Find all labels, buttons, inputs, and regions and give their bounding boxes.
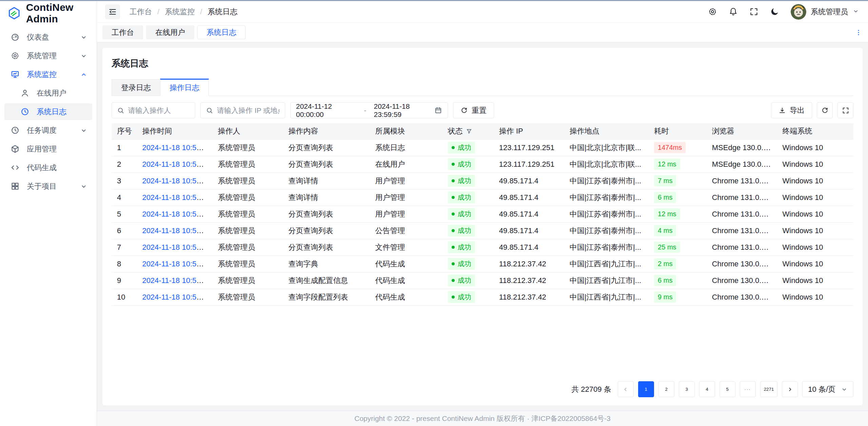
sidebar-item-系统管理[interactable]: 系统管理 — [4, 47, 92, 64]
sidebar-item-label: 关于项目 — [27, 181, 57, 191]
cell-ip: 118.212.37.42 — [494, 289, 564, 305]
chevron-down-icon — [80, 127, 87, 134]
page-ellipsis[interactable]: ··· — [740, 381, 756, 397]
cell-location: 中国|江苏省|泰州市|... — [564, 239, 649, 256]
refresh-table-button[interactable] — [817, 102, 833, 118]
subtab-登录日志[interactable]: 登录日志 — [112, 79, 160, 96]
sidebar-item-系统监控[interactable]: 系统监控 — [4, 66, 92, 83]
sidebar-item-关于项目[interactable]: 关于项目 — [4, 178, 92, 195]
cell-content: 分页查询列表 — [283, 139, 370, 156]
page-size-select[interactable]: 10 条/页 — [802, 381, 853, 397]
status-text: 成功 — [458, 209, 471, 219]
status-badge: 成功 — [448, 291, 475, 303]
sidebar-item-在线用户[interactable]: 在线用户 — [4, 85, 92, 101]
status-dot — [452, 212, 455, 216]
breadcrumb-item[interactable]: 系统日志 — [208, 7, 237, 17]
page-button-2271[interactable]: 2271 — [760, 381, 778, 397]
filter-funnel-icon[interactable] — [466, 128, 472, 135]
log-detail-link[interactable]: 2024-11-18 10:51:49 — [142, 276, 211, 285]
column-label: 操作内容 — [288, 126, 318, 136]
pagination: 共 22709 条12345···227110 条/页 — [112, 374, 853, 397]
log-detail-link[interactable]: 2024-11-18 10:51:49 — [142, 293, 211, 301]
tabbar-more-icon[interactable] — [854, 28, 863, 37]
log-detail-link[interactable]: 2024-11-18 10:52:05 — [142, 193, 211, 202]
status-badge: 成功 — [448, 142, 475, 154]
cell-index: 7 — [112, 239, 137, 256]
next-page-button[interactable] — [782, 381, 798, 397]
table-toolbar: 导出 — [771, 102, 853, 118]
app-logo[interactable]: ContiNew Admin — [0, 1, 97, 25]
prev-page-button[interactable] — [618, 381, 634, 397]
page-button-1[interactable]: 1 — [638, 381, 654, 397]
cell-module: 代码生成 — [370, 289, 442, 305]
column-header-所属模块: 所属模块 — [370, 123, 442, 139]
sidebar-item-系统日志[interactable]: 系统日志 — [4, 103, 92, 120]
log-detail-link[interactable]: 2024-11-18 10:51:52 — [142, 243, 211, 251]
status-text: 成功 — [458, 276, 471, 285]
sidebar-item-应用管理[interactable]: 应用管理 — [4, 141, 92, 157]
fullscreen-icon[interactable] — [749, 7, 758, 16]
page-button-3[interactable]: 3 — [679, 381, 695, 397]
breadcrumb-item[interactable]: 系统监控 — [165, 7, 195, 17]
reset-button[interactable]: 重置 — [453, 102, 494, 118]
status-badge: 成功 — [448, 225, 475, 237]
chevron-down-icon — [841, 386, 848, 393]
cell-duration: 6 ms — [649, 189, 707, 206]
table-row: 42024-11-18 10:52:05系统管理员查询详情用户管理成功49.85… — [112, 189, 853, 206]
sidebar-item-任务调度[interactable]: 任务调度 — [4, 122, 92, 139]
cell-index: 5 — [112, 206, 137, 222]
breadcrumb-item[interactable]: 工作台 — [130, 7, 152, 17]
log-detail-link[interactable]: 2024-11-18 10:51:50 — [142, 260, 211, 268]
log-detail-link[interactable]: 2024-11-18 10:51:53 — [142, 226, 211, 235]
user-menu[interactable]: 系统管理员 — [791, 4, 859, 20]
table-row: 72024-11-18 10:51:52系统管理员分页查询列表文件管理成功49.… — [112, 239, 853, 256]
page-button-2[interactable]: 2 — [658, 381, 674, 397]
log-detail-link[interactable]: 2024-11-18 10:51:55 — [142, 210, 211, 218]
settings-icon[interactable] — [708, 7, 717, 16]
sidebar-item-label: 系统监控 — [27, 69, 57, 80]
cell-location: 中国|江西省|九江市|... — [564, 272, 649, 289]
page-title: 系统日志 — [112, 57, 853, 69]
operator-search-field[interactable] — [112, 102, 195, 118]
cell-time: 2024-11-18 10:51:53 — [137, 222, 212, 239]
table-fullscreen-button[interactable] — [837, 102, 853, 118]
cell-status: 成功 — [442, 256, 494, 272]
sidebar-item-仪表盘[interactable]: 仪表盘 — [4, 29, 92, 45]
chevron-up-icon — [80, 71, 87, 78]
ip-search-input[interactable] — [217, 106, 280, 115]
refresh-icon — [460, 107, 468, 114]
log-detail-link[interactable]: 2024-11-18 10:52:55 — [142, 143, 211, 152]
log-detail-link[interactable]: 2024-11-18 10:52:12 — [142, 177, 211, 185]
notifications-bell-icon[interactable] — [729, 7, 738, 16]
cell-status: 成功 — [442, 239, 494, 256]
ip-search-field[interactable] — [200, 102, 285, 118]
sidebar-item-label: 仪表盘 — [27, 32, 49, 42]
export-button[interactable]: 导出 — [771, 102, 812, 118]
cell-time: 2024-11-18 10:52:47 — [137, 156, 212, 173]
tab-工作台[interactable]: 工作台 — [102, 25, 143, 39]
subtab-操作日志[interactable]: 操作日志 — [160, 79, 209, 96]
operation-log-table: 序号操作时间操作人操作内容所属模块状态操作 IP操作地点耗时浏览器终端系统 12… — [112, 123, 853, 306]
table-header-row: 序号操作时间操作人操作内容所属模块状态操作 IP操作地点耗时浏览器终端系统 — [112, 123, 853, 139]
dark-mode-moon-icon[interactable] — [770, 7, 779, 16]
status-badge: 成功 — [448, 241, 475, 253]
tab-在线用户[interactable]: 在线用户 — [146, 25, 194, 39]
cell-content: 分页查询列表 — [283, 222, 370, 239]
column-label: 操作时间 — [142, 126, 172, 136]
status-text: 成功 — [458, 243, 471, 252]
log-detail-link[interactable]: 2024-11-18 10:52:47 — [142, 160, 211, 168]
status-dot — [452, 196, 455, 199]
date-range-picker[interactable]: 2024-11-12 00:00:00 - 2024-11-18 23:59:5… — [290, 102, 448, 118]
page-button-5[interactable]: 5 — [719, 381, 735, 397]
sidebar-item-代码生成[interactable]: 代码生成 — [4, 159, 92, 176]
pagination-total: 共 22709 条 — [571, 384, 611, 394]
cell-ip: 118.212.37.42 — [494, 256, 564, 272]
page-button-4[interactable]: 4 — [699, 381, 715, 397]
cell-os: Windows 10 — [777, 272, 853, 289]
cell-operator: 系统管理员 — [213, 189, 283, 206]
cell-content: 查询详情 — [283, 189, 370, 206]
sidebar-collapse-button[interactable] — [105, 4, 120, 19]
status-text: 成功 — [458, 193, 471, 202]
tab-系统日志[interactable]: 系统日志 — [197, 25, 245, 39]
operator-search-input[interactable] — [128, 106, 190, 115]
